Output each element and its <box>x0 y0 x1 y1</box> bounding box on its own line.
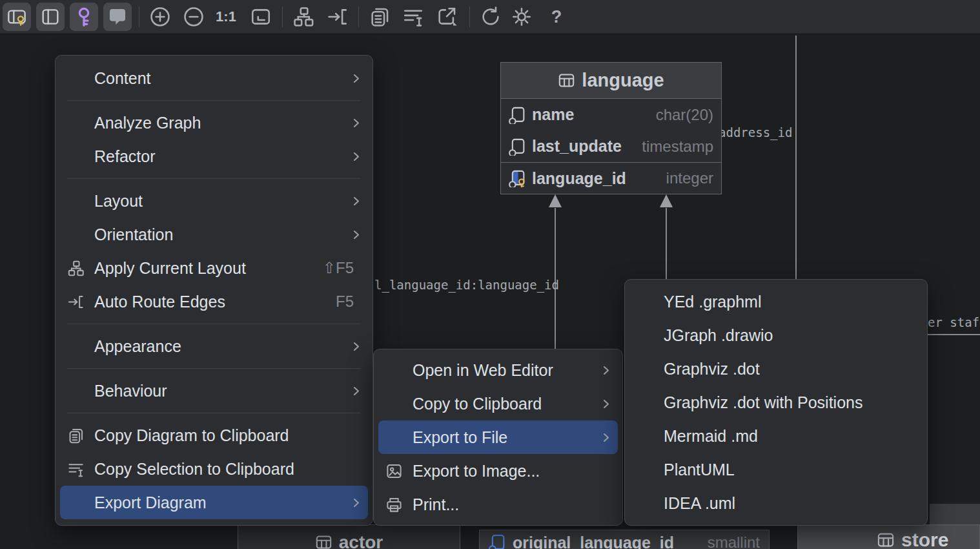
edge-line <box>795 36 797 279</box>
copy-diagram-icon <box>67 427 85 444</box>
chevron-right-icon <box>351 386 362 397</box>
edge-label-language-fk: l_language_id:language_id <box>374 278 559 292</box>
toggle-column-list-button[interactable] <box>36 3 65 31</box>
chevron-right-icon <box>351 341 362 352</box>
export-to-file-submenu: YEd .graphml JGraph .drawio Graphviz .do… <box>624 279 928 526</box>
zoom-in-icon <box>149 6 171 28</box>
chevron-right-icon <box>351 118 362 129</box>
fit-content-icon <box>250 6 272 28</box>
auto-route-edges-button[interactable] <box>326 5 349 28</box>
table-field-original-language-id[interactable]: original_language_id smallint <box>479 530 770 549</box>
menu-item-plantuml[interactable]: PlantUML <box>629 453 923 486</box>
layout-hierarchy-icon <box>292 6 314 28</box>
menu-item-behaviour[interactable]: Behaviour <box>60 374 368 408</box>
menu-item-content[interactable]: Content <box>60 61 368 95</box>
help-button[interactable]: ? <box>545 5 568 28</box>
table-node-language[interactable]: language name char(20) last_update times… <box>500 62 722 194</box>
table-header-language[interactable]: language <box>501 63 721 99</box>
zoom-in-button[interactable] <box>148 5 172 28</box>
auto-route-icon <box>67 293 85 311</box>
menu-item-analyze-graph[interactable]: Analyze Graph <box>60 106 368 140</box>
copy-diagram-icon <box>369 6 391 28</box>
primary-key-column-icon <box>509 169 527 187</box>
column-icon <box>509 138 527 156</box>
export-button[interactable] <box>435 5 458 28</box>
toggle-columns-keys-button[interactable] <box>3 3 31 31</box>
menu-item-yed-graphml[interactable]: YEd .graphml <box>629 285 923 318</box>
menu-item-copy-diagram-to-clipboard[interactable]: Copy Diagram to Clipboard <box>60 419 368 452</box>
edge-arrowhead <box>660 194 673 207</box>
menu-item-layout[interactable]: Layout <box>60 184 368 218</box>
key-icon <box>74 6 94 27</box>
edge-line <box>666 208 667 279</box>
menu-item-print[interactable]: Print... <box>378 488 618 521</box>
help-icon: ? <box>551 5 562 28</box>
menu-item-auto-route-edges[interactable]: Auto Route Edges F5 <box>60 285 368 318</box>
refresh-button[interactable] <box>479 5 502 28</box>
table-title: store <box>901 529 948 549</box>
toggle-keys-button[interactable] <box>70 3 98 31</box>
diagram-context-menu: Content Analyze Graph Refactor Layout Or… <box>55 55 373 526</box>
menu-item-export-to-image[interactable]: Export to Image... <box>378 454 618 488</box>
toolbar-separator <box>139 6 139 27</box>
printer-icon <box>385 496 403 513</box>
diagram-toolbar: 1:1 ? <box>0 0 980 34</box>
copy-diagram-button[interactable] <box>368 5 391 28</box>
chevron-right-icon <box>351 497 362 508</box>
edge-arrowhead <box>549 194 562 207</box>
table-field-name[interactable]: name char(20) <box>501 99 721 130</box>
table-icon <box>315 533 332 549</box>
fit-content-button[interactable] <box>249 5 272 28</box>
menu-separator <box>67 178 361 179</box>
menu-item-apply-current-layout[interactable]: Apply Current Layout ⇧F5 <box>60 251 368 285</box>
table-title: actor <box>339 532 383 549</box>
menu-item-refactor[interactable]: Refactor <box>60 140 368 173</box>
menu-item-copy-to-clipboard[interactable]: Copy to Clipboard <box>378 387 618 420</box>
table-node-store-top <box>930 504 980 524</box>
image-icon <box>385 462 403 480</box>
table-title: language <box>582 70 664 91</box>
toolbar-separator <box>469 6 470 27</box>
menu-item-export-to-file[interactable]: Export to File <box>378 420 618 454</box>
menu-shortcut: F5 <box>336 293 354 311</box>
copy-selection-icon <box>402 6 424 28</box>
menu-separator <box>67 100 361 101</box>
apply-layout-button[interactable] <box>292 5 315 28</box>
settings-button[interactable] <box>510 5 533 28</box>
menu-shortcut: ⇧F5 <box>323 259 354 277</box>
refresh-icon <box>480 6 502 28</box>
layout-hierarchy-icon <box>67 260 85 277</box>
zoom-reset-button[interactable]: 1:1 <box>212 5 240 28</box>
table-field-language-id[interactable]: language_id integer <box>501 162 721 194</box>
menu-item-export-diagram[interactable]: Export Diagram <box>60 486 368 519</box>
edge-label-address-id: address_id <box>719 125 792 140</box>
copy-selection-button[interactable] <box>402 5 425 28</box>
chevron-right-icon <box>601 399 611 409</box>
menu-item-graphviz-dot-with-positions[interactable]: Graphviz .dot with Positions <box>629 386 923 419</box>
foreign-key-column-icon <box>489 533 507 549</box>
menu-item-graphviz-dot[interactable]: Graphviz .dot <box>629 352 923 386</box>
menu-item-open-in-web-editor[interactable]: Open in Web Editor <box>378 353 618 387</box>
toggle-comments-button[interactable] <box>103 3 132 31</box>
zoom-out-button[interactable] <box>182 5 205 28</box>
export-diagram-submenu: Open in Web Editor Copy to Clipboard Exp… <box>373 349 623 526</box>
two-column-table-icon <box>40 6 61 27</box>
chevron-right-icon <box>601 432 611 443</box>
zoom-out-icon <box>183 6 205 28</box>
chevron-right-icon <box>601 365 611 376</box>
menu-item-idea-uml[interactable]: IDEA .uml <box>629 486 923 520</box>
table-node-actor[interactable]: actor <box>238 524 460 549</box>
toolbar-separator <box>282 6 283 27</box>
menu-item-mermaid-md[interactable]: Mermaid .md <box>629 419 923 453</box>
menu-item-orientation[interactable]: Orientation <box>60 218 368 251</box>
menu-separator <box>67 368 361 369</box>
table-field-last-update[interactable]: last_update timestamp <box>501 130 721 162</box>
chevron-right-icon <box>351 229 362 240</box>
table-node-store[interactable]: store <box>797 524 980 549</box>
menu-item-appearance[interactable]: Appearance <box>60 329 368 363</box>
gear-icon <box>511 6 533 28</box>
menu-item-jgraph-drawio[interactable]: JGraph .drawio <box>629 318 923 352</box>
menu-item-copy-selection-to-clipboard[interactable]: Copy Selection to Clipboard <box>60 452 368 486</box>
table-icon <box>877 531 895 549</box>
menu-separator <box>67 324 361 324</box>
